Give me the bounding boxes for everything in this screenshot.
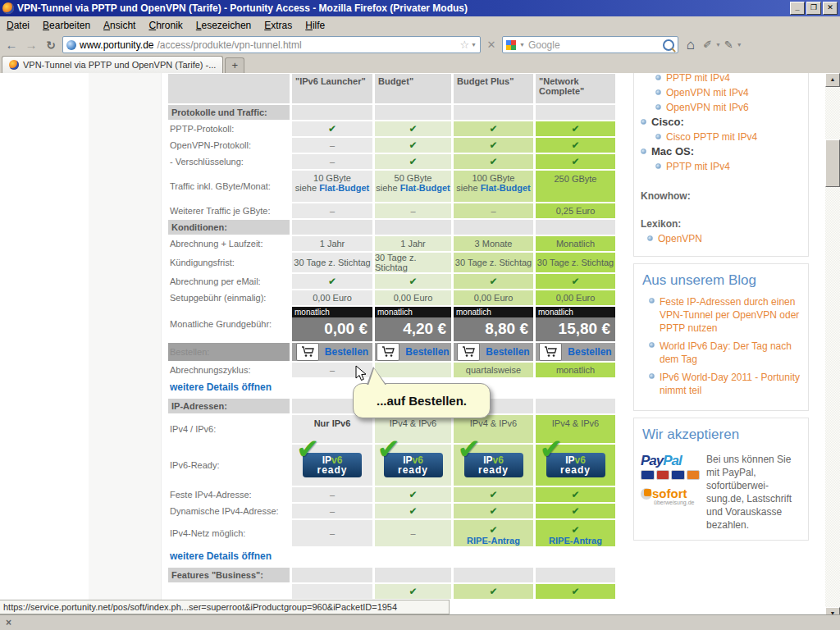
blog-link[interactable]: IPv6 World-Day 2011 - Portunity nimmt te… bbox=[660, 371, 801, 397]
url-field[interactable]: www.portunity.de /access/produkte/vpn-tu… bbox=[62, 36, 481, 53]
table-cell: – bbox=[292, 504, 372, 518]
cell-value: 1 Jahr bbox=[400, 239, 426, 249]
back-button[interactable]: ← bbox=[3, 38, 20, 52]
scrollbar-thumb[interactable] bbox=[825, 139, 840, 187]
table-row: Konditionen: bbox=[168, 220, 611, 235]
stop-button[interactable]: ✕ bbox=[484, 39, 499, 51]
table-cell: – bbox=[375, 520, 451, 546]
maximize-button[interactable]: ❐ bbox=[806, 2, 821, 15]
ripe-antrag-link[interactable]: RIPE-Antrag bbox=[549, 536, 602, 546]
scroll-up-button[interactable]: ▲ bbox=[825, 73, 840, 87]
table-cell: ✔ bbox=[536, 274, 615, 289]
row-label: OpenVPN-Protokoll: bbox=[168, 138, 290, 153]
table-cell: 0,00 Euro bbox=[454, 290, 533, 305]
right-sidebar: PPTP mit IPv4OpenVPN mit IPv4OpenVPN mit… bbox=[633, 73, 813, 547]
table-cell: – bbox=[292, 203, 372, 218]
cart-icon bbox=[381, 346, 395, 358]
reload-button[interactable]: ↻ bbox=[43, 39, 59, 52]
table-cell: 250 GByte bbox=[536, 171, 615, 202]
sidebar-nav-link[interactable]: PPTP mit IPv4 bbox=[666, 161, 730, 172]
minimize-button[interactable]: _ bbox=[790, 2, 805, 15]
cell-value: 50 GByte bbox=[395, 173, 432, 183]
table-cell: ✔ bbox=[536, 121, 615, 136]
page-left-panel bbox=[89, 73, 162, 605]
sidebar-nav-link[interactable]: Cisco PPTP mit IPv4 bbox=[666, 131, 757, 143]
cell-value: quartalsweise bbox=[466, 365, 521, 375]
firefox-window: { "window": { "title": "VPN-Tunnel via P… bbox=[0, 0, 840, 630]
order-cart-button[interactable] bbox=[377, 343, 399, 361]
title-bar: VPN-Tunnel via PPTP und OpenVPN (Tarife)… bbox=[0, 0, 840, 16]
section-cell bbox=[375, 105, 451, 120]
menu-item-extras[interactable]: Extras bbox=[258, 18, 299, 33]
price-period-tag: monatlich bbox=[375, 307, 451, 317]
menu-item-lesezeichen[interactable]: Lesezeichen bbox=[189, 18, 258, 33]
bookmark-star-icon[interactable]: ☆ bbox=[459, 39, 469, 51]
menu-item-datei[interactable]: Datei bbox=[0, 18, 36, 33]
order-cart-button[interactable] bbox=[457, 343, 480, 361]
table-row: OpenVPN-Protokoll:–✔✔✔ bbox=[168, 138, 611, 153]
forward-button[interactable]: → bbox=[23, 38, 39, 52]
flat-budget-link[interactable]: Flat-Budget bbox=[481, 183, 531, 193]
vertical-scrollbar[interactable]: ▲ ▼ bbox=[825, 73, 840, 621]
row-label: IPv4 / IPv6: bbox=[168, 415, 290, 443]
ripe-antrag-link[interactable]: RIPE-Antrag bbox=[467, 536, 520, 546]
bestellen-link[interactable]: Bestellen bbox=[405, 346, 449, 358]
table-cell: 0,00 Euro bbox=[292, 290, 372, 305]
menu-item-chronik[interactable]: Chronik bbox=[142, 18, 189, 33]
row-label: IP-Adressen: bbox=[168, 399, 290, 413]
blog-link[interactable]: World IPv6 Day: Der Tag nach dem Tag bbox=[660, 340, 801, 366]
bookmarks-menu-icon[interactable]: ✐ bbox=[703, 39, 712, 51]
sidebar-nav-box: PPTP mit IPv4OpenVPN mit IPv4OpenVPN mit… bbox=[633, 73, 809, 257]
sidebar-nav-link[interactable]: PPTP mit IPv4 bbox=[666, 73, 730, 84]
blog-link[interactable]: Feste IP-Adressen durch einen VPN-Tunnel… bbox=[660, 295, 801, 335]
order-cell: Bestellen bbox=[454, 343, 533, 361]
table-row: Kündigungsfrist:30 Tage z. Stichtag30 Ta… bbox=[168, 253, 611, 272]
lexikon-link[interactable]: OpenVPN bbox=[658, 233, 702, 244]
row-label bbox=[168, 584, 290, 599]
flat-budget-link[interactable]: Flat-Budget bbox=[319, 183, 369, 193]
table-cell: – bbox=[292, 154, 372, 169]
tab-active[interactable]: VPN-Tunnel via PPTP und OpenVPN (Tarife)… bbox=[2, 56, 223, 73]
home-button[interactable]: ⌂ bbox=[682, 37, 700, 53]
check-icon: ✔ bbox=[489, 586, 497, 597]
menu-item-hilfe[interactable]: Hilfe bbox=[299, 18, 331, 33]
table-cell: ✔ bbox=[454, 154, 533, 169]
bestellen-link[interactable]: Bestellen bbox=[325, 346, 368, 358]
details-link[interactable]: weitere Details öffnen bbox=[170, 550, 615, 562]
badge-check-icon: ✔ bbox=[377, 444, 401, 454]
row-label: Dynamische IPv4-Adresse: bbox=[168, 504, 290, 518]
tools-menu-icon[interactable]: ✎ bbox=[724, 39, 733, 51]
close-button[interactable]: ✕ bbox=[823, 2, 838, 15]
tools-caret-icon[interactable]: ▼ bbox=[737, 42, 742, 48]
bestellen-link[interactable]: Bestellen bbox=[486, 346, 529, 358]
menu-item-bearbeiten[interactable]: Bearbeiten bbox=[36, 18, 97, 33]
search-engine-dropdown-icon[interactable]: ▼ bbox=[519, 42, 525, 48]
dash-value: – bbox=[491, 206, 495, 216]
column-header: "Network Complete" bbox=[536, 74, 615, 103]
table-row: IPv4-Netz möglich:––✔RIPE-Antrag✔RIPE-An… bbox=[168, 520, 611, 546]
paypal-logo: PayPal bbox=[641, 453, 700, 469]
url-dropdown-icon[interactable]: ▼ bbox=[471, 42, 477, 48]
cell-value: 3 Monate bbox=[475, 239, 513, 249]
sidebar-nav-link[interactable]: OpenVPN mit IPv4 bbox=[666, 87, 749, 98]
sofort-sublabel: überweisung.de bbox=[654, 500, 700, 505]
bullet-icon bbox=[655, 75, 661, 80]
search-magnifier-icon[interactable] bbox=[663, 39, 674, 51]
table-cell: ✔ bbox=[536, 487, 615, 502]
bookmarks-caret-icon[interactable]: ▼ bbox=[715, 42, 721, 48]
flat-budget-link[interactable]: Flat-Budget bbox=[400, 183, 450, 193]
section-cell bbox=[292, 105, 372, 120]
sidebar-nav-item: OpenVPN mit IPv4 bbox=[634, 87, 808, 98]
search-field[interactable]: ▼ Google bbox=[502, 36, 678, 53]
column-header: Budget Plus" bbox=[454, 74, 533, 103]
cell-value: 0,00 Euro bbox=[313, 293, 352, 303]
menu-item-ansicht[interactable]: Ansicht bbox=[97, 18, 142, 33]
row-label: Abrechnungszyklus: bbox=[168, 363, 290, 377]
sidebar-nav-link[interactable]: OpenVPN mit IPv6 bbox=[666, 102, 749, 113]
addon-bar-close-icon[interactable]: × bbox=[6, 617, 11, 628]
table-cell: 0,25 Euro bbox=[536, 203, 615, 218]
new-tab-button[interactable]: + bbox=[225, 57, 244, 73]
order-cart-button[interactable] bbox=[296, 343, 319, 361]
bestellen-link[interactable]: Bestellen bbox=[568, 346, 611, 358]
order-cart-button[interactable] bbox=[539, 343, 562, 361]
